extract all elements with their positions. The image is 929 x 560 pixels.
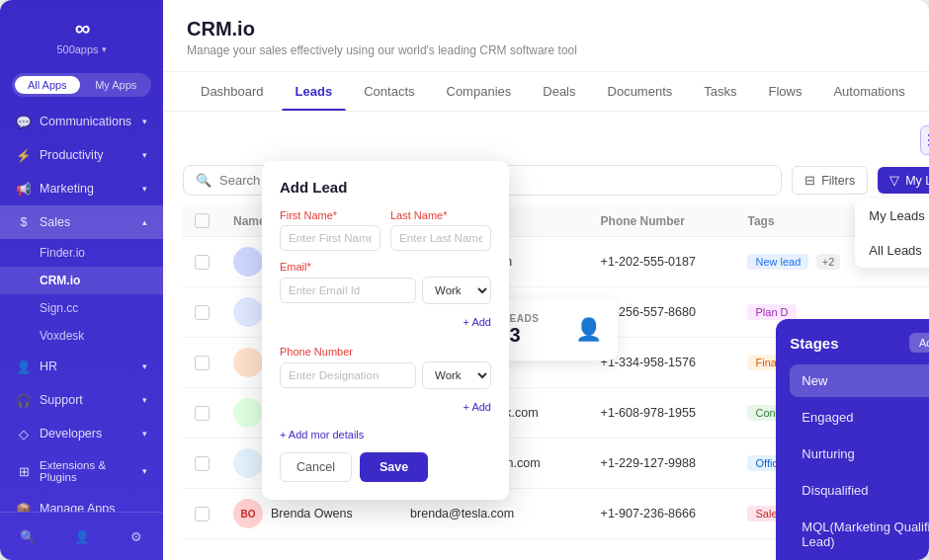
stages-panel: Stages Add Stage New Engaged Nurturing D… [776, 319, 929, 560]
email-row: Work [280, 277, 491, 304]
sidebar-item-support[interactable]: 🎧 Support ▾ [0, 383, 163, 417]
sidebar-nav: 💬 Communications ▾ ⚡ Productivity ▾ 📢 Ma… [0, 105, 163, 512]
phone-input[interactable] [280, 362, 416, 388]
my-leads-option[interactable]: My Leads [855, 199, 929, 233]
avatar [233, 448, 263, 478]
app-toggle: All Apps My Apps [12, 73, 151, 97]
page-subtitle: Manage your sales effectively using our … [187, 43, 929, 57]
communications-caret-icon: ▾ [142, 117, 147, 126]
view-toolbar [183, 125, 929, 155]
email-input[interactable] [280, 278, 416, 303]
row-checkbox[interactable] [195, 305, 210, 320]
sidebar: ∞ 500apps ▾ All Apps My Apps 💬 Communica… [0, 0, 163, 560]
avatar [233, 297, 263, 327]
tag: New lead [747, 254, 808, 270]
avatar [233, 348, 263, 377]
stage-mql[interactable]: MQL(Marketing Qualified Lead) [790, 511, 929, 558]
row-checkbox[interactable] [195, 255, 210, 270]
row-checkbox[interactable] [195, 507, 210, 521]
filter-button[interactable]: ⊟ Filters [792, 166, 868, 195]
email-label: Email* [280, 261, 491, 273]
sidebar-item-marketing[interactable]: 📢 Marketing ▾ [0, 172, 163, 205]
phone-group: Phone Number Work + Add [280, 346, 491, 421]
last-name-input[interactable] [390, 225, 491, 251]
my-leads-button[interactable]: ▽ My Leads ▾ [878, 167, 929, 194]
sidebar-item-crm[interactable]: CRM.io [0, 267, 163, 294]
sidebar-item-signcc[interactable]: Sign.cc [0, 294, 163, 322]
developers-caret-icon: ▾ [142, 429, 147, 439]
add-phone-link[interactable]: + Add [280, 401, 491, 413]
tab-automations[interactable]: Automations [819, 72, 918, 111]
tab-leads[interactable]: Leads [282, 72, 347, 111]
sidebar-item-hr[interactable]: 👤 HR ▾ [0, 350, 163, 383]
phone-type-select[interactable]: Work [422, 361, 491, 389]
tag: Plan D [747, 304, 796, 320]
tab-apps[interactable]: Apps [923, 72, 929, 111]
support-caret-icon: ▾ [142, 395, 147, 405]
tab-flows[interactable]: Flows [755, 72, 816, 111]
hr-caret-icon: ▾ [142, 361, 147, 371]
search-icon: 🔍 [196, 173, 211, 188]
view-toggle-group [920, 125, 929, 155]
settings-footer-icon[interactable]: ⚙ [123, 522, 150, 550]
sidebar-item-sales[interactable]: $ Sales ▴ [0, 205, 163, 239]
sidebar-item-voxdesk[interactable]: Voxdesk [0, 322, 163, 350]
list-view-button[interactable] [920, 125, 929, 155]
logo-icon: ∞ [75, 16, 89, 41]
search-footer-icon[interactable]: 🔍 [14, 522, 42, 550]
email-group: Email* Work + Add [280, 261, 491, 336]
last-name-group: Last Name* [390, 209, 491, 251]
brand-caret-icon: ▾ [102, 44, 107, 54]
tab-contacts[interactable]: Contacts [350, 72, 428, 111]
more-details-link[interactable]: + Add mor details [280, 429, 491, 440]
add-email-link[interactable]: + Add [280, 316, 491, 328]
avatar: BO [233, 499, 263, 528]
phone-row: Work [280, 361, 491, 389]
sidebar-item-finder[interactable]: Finder.io [0, 239, 163, 267]
leads-person-icon: 👤 [575, 317, 602, 343]
select-all-checkbox[interactable] [195, 213, 210, 228]
sidebar-item-extensions[interactable]: ⊞ Extensions & Plugins ▾ [0, 450, 163, 492]
stage-new[interactable]: New [790, 364, 929, 397]
first-name-input[interactable] [280, 225, 380, 251]
first-name-group: First Name* [280, 209, 380, 251]
modal-title: Add Lead [280, 179, 491, 196]
funnel-icon: ▽ [889, 173, 899, 188]
add-stage-button[interactable]: Add Stage [909, 333, 929, 353]
tab-dashboard[interactable]: Dashboard [187, 72, 278, 111]
stages-title: Stages [790, 335, 838, 352]
avatar [233, 398, 263, 428]
tab-deals[interactable]: Deals [529, 72, 589, 111]
stage-nurturing[interactable]: Nurturing [790, 438, 929, 470]
add-lead-modal: Add Lead First Name* Last Name* Email* [262, 161, 509, 500]
tab-tasks[interactable]: Tasks [690, 72, 750, 111]
page-title: CRM.io [187, 18, 929, 40]
all-apps-button[interactable]: All Apps [15, 76, 80, 94]
my-apps-button[interactable]: My Apps [84, 76, 149, 94]
support-icon: 🎧 [16, 392, 32, 408]
row-checkbox[interactable] [195, 406, 210, 421]
row-checkbox[interactable] [195, 356, 210, 370]
user-footer-icon[interactable]: 👤 [68, 522, 96, 550]
filter-icon: ⊟ [804, 173, 815, 188]
avatar [233, 247, 263, 277]
sidebar-item-productivity[interactable]: ⚡ Productivity ▾ [0, 138, 163, 172]
modal-actions: Cancel Save [280, 452, 491, 482]
hr-icon: 👤 [16, 359, 32, 374]
email-type-select[interactable]: Work [422, 277, 491, 304]
save-button[interactable]: Save [360, 452, 428, 482]
sidebar-item-developers[interactable]: ◇ Developers ▾ [0, 417, 163, 450]
tab-companies[interactable]: Companies [433, 72, 526, 111]
tab-documents[interactable]: Documents [594, 72, 687, 111]
manage-apps-icon: 📦 [16, 501, 32, 512]
all-leads-option[interactable]: All Leads [855, 233, 929, 268]
sidebar-item-communications[interactable]: 💬 Communications ▾ [0, 105, 163, 138]
brand-label[interactable]: 500apps ▾ [56, 43, 106, 55]
row-checkbox[interactable] [195, 456, 210, 471]
stage-disqualified[interactable]: Disqualified [790, 474, 929, 507]
tag-more: +2 [816, 254, 841, 270]
cancel-button[interactable]: Cancel [280, 452, 352, 482]
stage-engaged[interactable]: Engaged [790, 401, 929, 434]
developers-icon: ◇ [16, 426, 32, 441]
sidebar-item-manage-apps[interactable]: 📦 Manage Apps [0, 492, 163, 512]
